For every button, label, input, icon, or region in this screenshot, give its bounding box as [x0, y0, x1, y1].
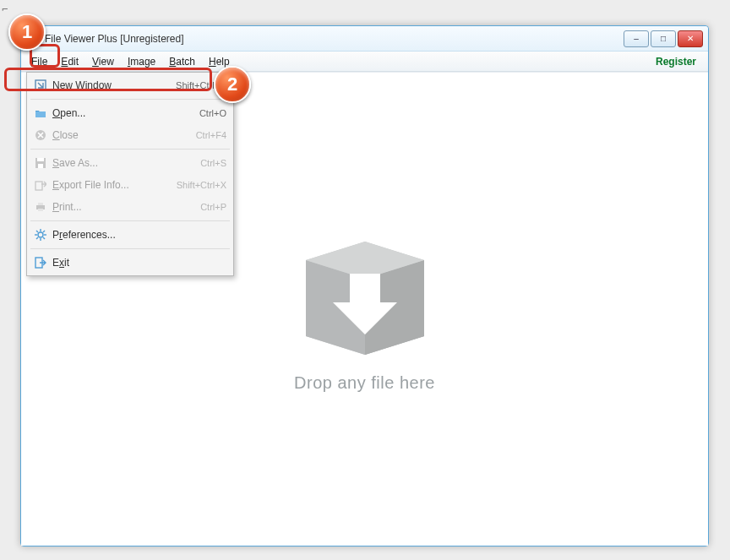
save-disk-icon: [32, 157, 49, 169]
print-icon: [32, 201, 49, 213]
svg-line-22: [43, 231, 45, 232]
exit-icon: [32, 257, 49, 269]
svg-rect-14: [38, 209, 43, 211]
menu-item-label: Close: [49, 129, 196, 141]
menu-image[interactable]: Image: [121, 53, 162, 70]
menu-item-label: Print...: [49, 201, 200, 213]
close-x-icon: [32, 129, 49, 141]
svg-point-15: [38, 232, 43, 237]
minimize-button[interactable]: –: [624, 30, 649, 47]
menu-separator: [30, 220, 230, 221]
crop-mark: ⌐: [2, 3, 8, 15]
menu-file[interactable]: File: [25, 53, 54, 70]
window-controls: – □ ✕: [624, 30, 703, 47]
app-window: File Viewer Plus [Unregistered] – □ ✕ Fi…: [20, 25, 709, 546]
close-button[interactable]: ✕: [678, 30, 703, 47]
menu-item-label: New Window: [49, 79, 176, 91]
file-menu-item-preferences[interactable]: Preferences...: [29, 224, 232, 246]
annotation-badge-2: 2: [214, 66, 251, 103]
menu-item-shortcut: Shift+Ctrl+X: [177, 180, 226, 190]
annotation-badge-1: 1: [8, 14, 46, 51]
menubar: File Edit View Image Batch Help Register: [21, 52, 708, 72]
file-menu-item-export-file-info: Export File Info...Shift+Ctrl+X: [29, 174, 232, 196]
file-menu-item-print: Print...Ctrl+P: [29, 196, 232, 218]
file-menu-item-new-window[interactable]: New WindowShift+Ctrl+N: [29, 74, 232, 96]
file-menu-item-save-as: Save As...Ctrl+S: [29, 152, 232, 174]
menu-item-shortcut: Ctrl+S: [200, 158, 226, 168]
menu-item-label: Preferences...: [49, 229, 226, 241]
menu-item-label: Exit: [49, 257, 226, 269]
register-link[interactable]: Register: [656, 56, 705, 68]
gear-icon: [32, 229, 49, 241]
menu-view[interactable]: View: [85, 53, 121, 70]
menu-separator: [30, 248, 230, 249]
menu-item-shortcut: Ctrl+P: [200, 202, 226, 212]
new-window-icon: [32, 79, 49, 91]
svg-rect-10: [38, 164, 43, 168]
maximize-button[interactable]: □: [651, 30, 676, 47]
box-arrow-down-icon: [289, 226, 441, 362]
file-menu-item-exit[interactable]: Exit: [29, 252, 232, 274]
svg-rect-9: [37, 158, 44, 161]
menu-item-label: Open...: [49, 107, 199, 119]
svg-rect-11: [35, 182, 42, 190]
file-menu-dropdown: New WindowShift+Ctrl+NOpen...Ctrl+OClose…: [26, 72, 234, 276]
menu-item-label: Export File Info...: [49, 179, 177, 191]
file-menu-item-open[interactable]: Open...Ctrl+O: [29, 102, 232, 124]
export-icon: [32, 179, 49, 191]
file-menu-item-close: CloseCtrl+F4: [29, 124, 232, 146]
svg-line-21: [43, 237, 45, 239]
svg-line-23: [36, 237, 38, 239]
menu-edit[interactable]: Edit: [54, 53, 85, 70]
menu-separator: [30, 149, 230, 150]
menu-batch[interactable]: Batch: [162, 53, 202, 70]
menu-item-label: Save As...: [49, 157, 200, 169]
titlebar[interactable]: File Viewer Plus [Unregistered] – □ ✕: [21, 26, 708, 52]
svg-rect-13: [38, 203, 43, 205]
open-folder-icon: [32, 107, 49, 119]
dropzone[interactable]: Drop any file here: [289, 226, 441, 393]
window-title: File Viewer Plus [Unregistered]: [45, 33, 624, 45]
menu-separator: [30, 99, 230, 100]
menu-item-shortcut: Ctrl+F4: [196, 130, 226, 140]
svg-line-20: [36, 231, 38, 232]
menu-item-shortcut: Ctrl+O: [199, 108, 226, 118]
dropzone-label: Drop any file here: [289, 373, 441, 393]
